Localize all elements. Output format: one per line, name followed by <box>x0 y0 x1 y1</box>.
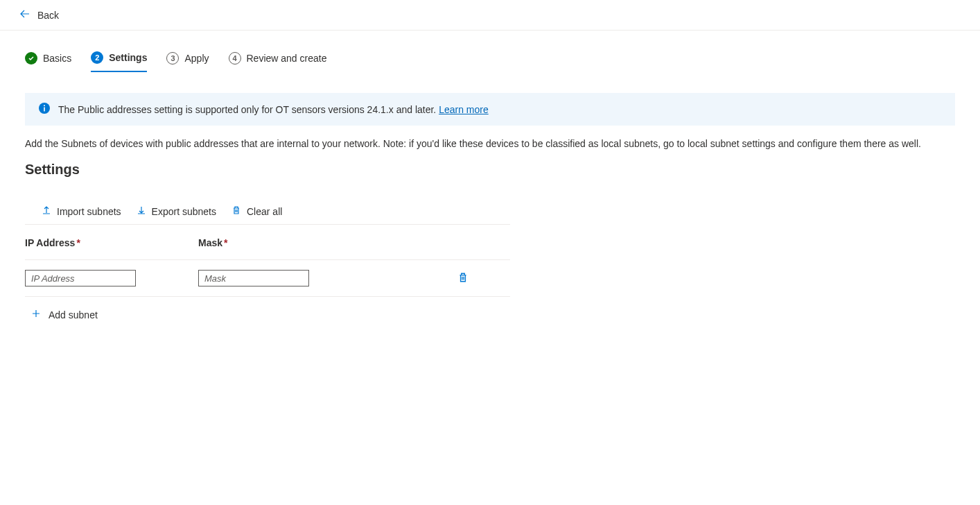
plus-icon <box>30 308 42 321</box>
section-title: Settings <box>25 162 980 178</box>
add-subnet-button[interactable]: Add subnet <box>25 297 980 321</box>
info-icon <box>39 103 50 116</box>
trash-icon <box>457 274 469 285</box>
header-text: Mask <box>198 237 222 248</box>
mask-input[interactable] <box>198 270 309 286</box>
required-asterisk: * <box>224 237 227 248</box>
tab-label: Review and create <box>247 53 327 64</box>
learn-more-link[interactable]: Learn more <box>439 104 489 115</box>
column-headers: IP Address* Mask* <box>25 225 510 260</box>
check-icon <box>25 52 37 65</box>
tab-apply[interactable]: 3 Apply <box>166 48 209 71</box>
delete-row-button[interactable] <box>457 272 469 285</box>
subnet-row <box>25 260 510 297</box>
step-number: 3 <box>166 52 179 65</box>
column-header-ip: IP Address* <box>25 237 198 248</box>
tab-label: Basics <box>43 53 71 64</box>
export-subnets-button[interactable]: Export subnets <box>137 205 216 217</box>
step-number: 2 <box>91 51 103 64</box>
wizard-tabs: Basics 2 Settings 3 Apply 4 Review and c… <box>25 47 980 72</box>
tab-settings[interactable]: 2 Settings <box>91 47 147 72</box>
download-icon <box>137 205 146 217</box>
upload-icon <box>42 205 51 217</box>
back-button[interactable]: Back <box>19 8 59 22</box>
button-label: Export subnets <box>152 206 216 217</box>
ip-address-input[interactable] <box>25 270 136 286</box>
column-header-mask: Mask* <box>198 237 406 248</box>
button-label: Import subnets <box>57 206 121 217</box>
info-banner: The Public addresses setting is supporte… <box>25 93 955 126</box>
description-text: Add the Subnets of devices with public a… <box>25 138 955 149</box>
trash-icon <box>231 205 241 217</box>
tab-label: Settings <box>109 52 147 63</box>
tab-review[interactable]: 4 Review and create <box>229 48 327 71</box>
banner-message: The Public addresses setting is supporte… <box>58 104 439 115</box>
svg-rect-1 <box>44 108 45 112</box>
import-subnets-button[interactable]: Import subnets <box>42 205 121 217</box>
subnet-toolbar: Import subnets Export subnets Clear all <box>25 205 510 225</box>
clear-all-button[interactable]: Clear all <box>231 205 282 217</box>
tab-label: Apply <box>184 53 209 64</box>
banner-text: The Public addresses setting is supporte… <box>58 104 489 115</box>
required-asterisk: * <box>76 237 80 248</box>
button-label: Clear all <box>247 206 282 217</box>
arrow-left-icon <box>19 8 30 22</box>
step-number: 4 <box>229 52 241 65</box>
tab-basics[interactable]: Basics <box>25 48 71 71</box>
svg-point-2 <box>44 105 45 106</box>
back-label: Back <box>37 10 59 21</box>
button-label: Add subnet <box>49 309 98 320</box>
header-text: IP Address <box>25 237 75 248</box>
